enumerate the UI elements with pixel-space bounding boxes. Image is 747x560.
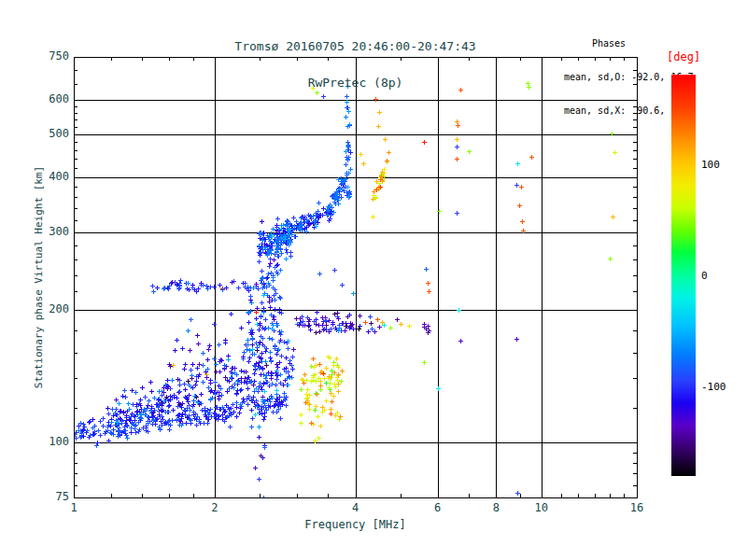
- phase-stats-annotation: Phases mean, sd,O: -92.0, 16.7 mean, sd,…: [564, 16, 727, 139]
- colorbar-unit-label: [deg]: [667, 51, 700, 63]
- x-tick-label: 1: [70, 502, 77, 514]
- x-tick-label: 16: [630, 502, 643, 514]
- y-axis-title: Stationary phase Virtual Height [km]: [33, 166, 45, 388]
- colorbar-tick-label: -100: [701, 381, 726, 393]
- y-tick-label: 300: [26, 226, 69, 238]
- y-tick-label: 75: [26, 491, 69, 503]
- y-tick-label: 100: [26, 436, 69, 448]
- phase-stats-heading: Phases: [564, 38, 727, 49]
- x-tick-label: 4: [352, 502, 359, 514]
- x-tick-label: 2: [211, 502, 218, 514]
- x-tick-label: 10: [535, 502, 548, 514]
- colorbar-tick-label: 100: [701, 159, 720, 171]
- data-points: [73, 81, 617, 500]
- plot-title-block: Tromsø 20160705 20:46:00-20:47:43 RwPret…: [74, 16, 637, 113]
- grid-lines: [74, 57, 637, 497]
- phase-stats-x-mode: mean, sd,X: 90.6, 22.9: [564, 105, 727, 117]
- phase-stats-o-mode: mean, sd,O: -92.0, 16.7: [564, 72, 727, 83]
- colorbar-tick-label: 0: [701, 270, 708, 282]
- y-tick-label: 200: [26, 303, 69, 315]
- plot-title: Tromsø 20160705 20:46:00-20:47:43: [74, 40, 637, 52]
- plot-subtitle: RwPretec (8p): [74, 77, 637, 89]
- x-tick-label: 6: [434, 502, 441, 514]
- axis-ticks: [74, 57, 638, 498]
- ionogram-page: Tromsø 20160705 20:46:00-20:47:43 RwPret…: [0, 0, 747, 560]
- phase-colorbar: [671, 75, 696, 476]
- y-tick-label: 500: [26, 128, 69, 140]
- y-tick-label: 400: [26, 171, 69, 183]
- y-tick-label: 750: [26, 50, 69, 63]
- y-tick-label: 600: [26, 93, 69, 105]
- x-tick-label: 8: [493, 502, 500, 514]
- x-axis-title: Frequency [MHz]: [74, 519, 637, 531]
